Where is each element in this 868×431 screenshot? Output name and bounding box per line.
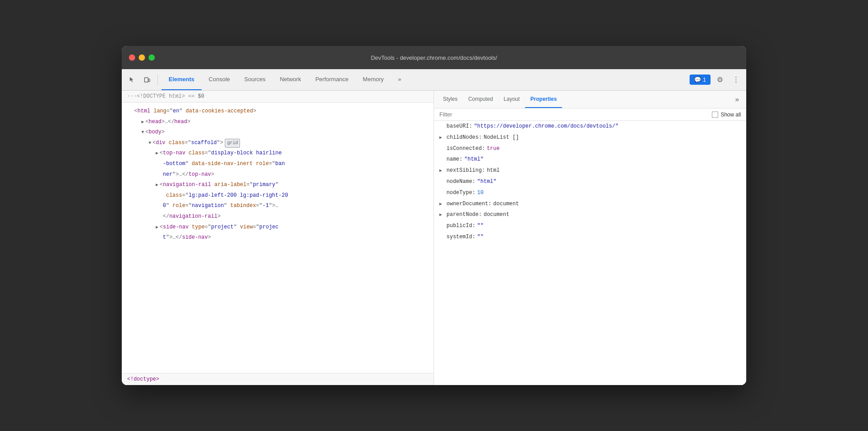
filter-input[interactable] [439, 111, 712, 118]
prop-nodename[interactable]: nodeName : "html" [434, 176, 746, 187]
dom-navrail-cont2[interactable]: 0" role="navigation" tabindex="-1"> … [122, 201, 434, 211]
dom-topnav-node[interactable]: ▶ <top-nav class="display-block hairline [122, 148, 434, 159]
show-all-label: Show all [721, 112, 741, 118]
doctype-label: ···<!DOCTYPE html> [127, 93, 185, 99]
device-toggle-button[interactable] [141, 73, 154, 87]
prop-systemid[interactable]: systemId : "" [434, 232, 746, 243]
prop-value-name: "html" [464, 154, 484, 165]
tab-elements[interactable]: Elements [161, 69, 202, 90]
prop-value-childnodes: NodeList [] [484, 133, 519, 143]
tab-more[interactable]: » [391, 69, 408, 90]
dom-topnav-node-cont[interactable]: -bottom" data-side-nav-inert role="ban [122, 159, 434, 170]
prop-value-nextsibling: html [487, 166, 500, 176]
prop-no-arrow-4 [439, 178, 445, 186]
tab-properties[interactable]: Properties [525, 91, 562, 108]
expand-childnodes-icon[interactable]: ▶ [439, 133, 445, 142]
expand-ownerdocument-icon[interactable]: ▶ [439, 200, 445, 208]
prop-key-parentnode: parentNode [446, 210, 479, 220]
toolbar-right: 💬 1 ⚙ ⋮ [690, 73, 743, 87]
prop-key-baseuri: baseURI [446, 121, 469, 132]
svg-rect-1 [149, 79, 150, 82]
prop-value-parentnode: document [484, 210, 509, 220]
prop-childnodes[interactable]: ▶ childNodes : NodeList [] [434, 132, 746, 143]
prop-value-publicid: "" [477, 221, 484, 231]
prop-no-arrow-6 [439, 222, 445, 230]
dom-navrail-node[interactable]: ▶ <navigation-rail aria-label="primary" [122, 180, 434, 191]
minimize-button[interactable] [139, 54, 145, 61]
dom-topnav-node-cont2[interactable]: ner"> … </top-nav> [122, 170, 434, 180]
prop-baseuri[interactable]: baseURI : "https://developer.chrome.com/… [434, 121, 746, 132]
dom-head-node[interactable]: ▶ <head> … </head> [122, 117, 434, 128]
tab-performance[interactable]: Performance [308, 69, 355, 90]
prop-isconnected[interactable]: isConnected : true [434, 143, 746, 154]
prop-nodetype[interactable]: nodeType : 10 [434, 187, 746, 199]
traffic-lights [129, 54, 155, 61]
dom-breadcrumb: <!doctype> [122, 373, 434, 385]
tab-styles[interactable]: Styles [438, 91, 463, 108]
prop-value-baseuri: "https://developer.chrome.com/docs/devto… [474, 121, 619, 132]
dom-navrail-cont1[interactable]: class="lg:pad-left-200 lg:pad-right-20 [122, 191, 434, 201]
prop-value-ownerdocument: document [493, 199, 519, 209]
main-content-area: ···<!DOCTYPE html> == $0 <html lang="en"… [122, 91, 746, 385]
props-more-tabs-button[interactable]: » [732, 91, 743, 108]
cursor-icon [128, 76, 136, 83]
prop-no-arrow-5 [439, 189, 445, 197]
prop-key-nodetype: nodeType [446, 188, 472, 198]
dom-tree[interactable]: <html lang="en" data-cookies-accepted> ▶… [122, 103, 434, 373]
dom-html-node[interactable]: <html lang="en" data-cookies-accepted> [122, 106, 434, 117]
prop-name[interactable]: name : "html" [434, 154, 746, 165]
prop-key-nodename: nodeName [446, 177, 472, 187]
show-all-checkbox[interactable] [712, 112, 718, 118]
prop-parentnode[interactable]: ▶ parentNode : document [434, 209, 746, 220]
dom-panel: ···<!DOCTYPE html> == $0 <html lang="en"… [122, 91, 434, 385]
devtools-toolbar: Elements Console Sources Network Perform… [122, 69, 746, 91]
more-options-button[interactable]: ⋮ [729, 73, 743, 87]
prop-ownerdocument[interactable]: ▶ ownerDocument : document [434, 199, 746, 210]
dom-sidenav-node[interactable]: ▶ <side-nav type="project" view="projec [122, 222, 434, 233]
prop-key-isconnected: isConnected [446, 144, 482, 154]
devtools-panel: Elements Console Sources Network Perform… [122, 69, 746, 385]
tab-memory[interactable]: Memory [355, 69, 391, 90]
chat-icon: 💬 [694, 76, 701, 83]
window-title: DevTools - developer.chrome.com/docs/dev… [371, 54, 497, 61]
dom-scaffold-node[interactable]: ▼ <div class="scaffold"> grid [122, 138, 434, 149]
chat-badge[interactable]: 💬 1 [690, 75, 711, 85]
title-bar: DevTools - developer.chrome.com/docs/dev… [122, 46, 746, 69]
device-icon [144, 76, 151, 83]
close-button[interactable] [129, 54, 135, 61]
prop-publicid[interactable]: publicId : "" [434, 220, 746, 232]
prop-key-publicid: publicId [446, 221, 472, 231]
properties-content: baseURI : "https://developer.chrome.com/… [434, 121, 746, 385]
tab-sources[interactable]: Sources [237, 69, 273, 90]
tab-computed[interactable]: Computed [463, 91, 498, 108]
equals-sign: == [188, 93, 198, 99]
properties-panel: Styles Computed Layout Properties » [434, 91, 746, 385]
prop-value-systemid: "" [477, 232, 484, 242]
tab-console[interactable]: Console [202, 69, 237, 90]
prop-value-isconnected: true [487, 144, 500, 154]
tab-layout[interactable]: Layout [498, 91, 525, 108]
prop-value-nodetype: 10 [477, 188, 484, 198]
tab-network[interactable]: Network [273, 69, 308, 90]
prop-key-childnodes: childNodes [446, 133, 479, 143]
inspect-element-button[interactable] [125, 73, 139, 87]
svg-rect-0 [145, 78, 148, 82]
dom-body-node[interactable]: ▼ <body> [122, 127, 434, 138]
dom-navrail-cont3[interactable]: </navigation-rail> [122, 211, 434, 222]
prop-key-name: name [446, 154, 459, 165]
prop-nextsibling[interactable]: ▶ nextSibling : html [434, 165, 746, 176]
settings-button[interactable]: ⚙ [713, 73, 727, 87]
expand-nextsibling-icon[interactable]: ▶ [439, 166, 445, 175]
maximize-button[interactable] [149, 54, 155, 61]
devtools-window: DevTools - developer.chrome.com/docs/dev… [122, 46, 746, 385]
expand-parentnode-icon[interactable]: ▶ [439, 211, 445, 219]
prop-value-nodename: "html" [477, 177, 496, 187]
show-all-container: Show all [712, 112, 741, 118]
dom-sidenav-cont[interactable]: t"> … </side-nav> [122, 232, 434, 243]
dollar-zero: $0 [198, 93, 204, 99]
breadcrumb-doctype[interactable]: <!doctype> [127, 376, 159, 382]
prop-key-nextsibling: nextSibling [446, 166, 482, 176]
prop-no-arrow-2 [439, 145, 445, 153]
filter-bar: Show all [434, 108, 746, 121]
prop-no-arrow [439, 122, 445, 131]
